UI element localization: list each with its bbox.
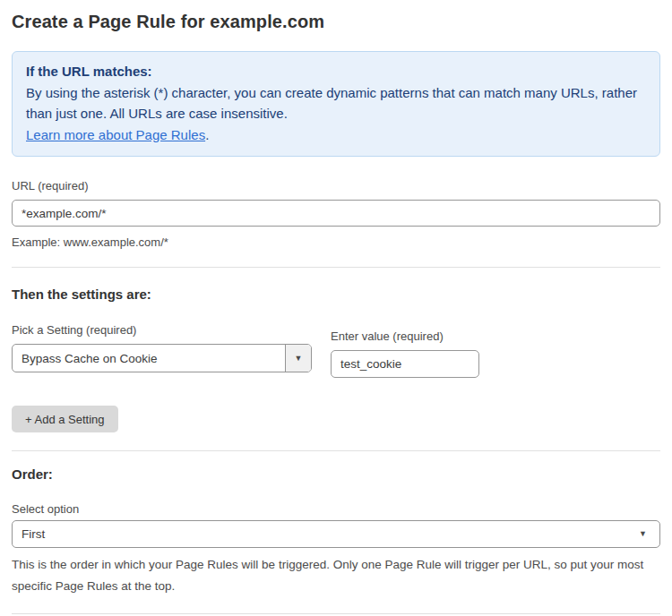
info-box-link-line: Learn more about Page Rules. (26, 124, 646, 146)
settings-row: Pick a Setting (required) Bypass Cache o… (12, 323, 660, 378)
url-input[interactable] (12, 200, 660, 227)
order-select-label: Select option (12, 502, 660, 516)
url-match-info-box: If the URL matches: By using the asteris… (12, 51, 660, 157)
setting-picker-column: Pick a Setting (required) Bypass Cache o… (12, 323, 312, 372)
settings-section-heading: Then the settings are: (12, 287, 660, 302)
divider (12, 613, 660, 614)
setting-dropdown-arrow-button[interactable]: ▼ (285, 345, 311, 372)
setting-picker-label: Pick a Setting (required) (12, 323, 312, 337)
setting-dropdown-value: Bypass Cache on Cookie (13, 345, 285, 372)
add-setting-wrap: + Add a Setting (12, 406, 660, 432)
order-select[interactable]: First ▼ (12, 520, 660, 548)
create-page-rule-panel: Create a Page Rule for example.com If th… (0, 0, 672, 616)
link-suffix: . (205, 127, 209, 142)
learn-more-link[interactable]: Learn more about Page Rules (26, 127, 205, 142)
order-select-value: First (22, 527, 639, 541)
url-helper-text: Example: www.example.com/* (12, 233, 660, 252)
page-title: Create a Page Rule for example.com (12, 12, 660, 32)
chevron-down-icon: ▼ (295, 355, 303, 363)
url-field-label: URL (required) (12, 179, 660, 192)
setting-value-label: Enter value (required) (331, 329, 479, 343)
order-helper-text: This is the order in which your Page Rul… (12, 554, 660, 597)
order-section-heading: Order: (12, 466, 660, 482)
info-box-heading: If the URL matches: (26, 61, 646, 82)
setting-value-column: Enter value (required) (331, 329, 479, 378)
info-box-body: By using the asterisk (*) character, you… (26, 82, 646, 124)
setting-value-input[interactable] (331, 350, 479, 378)
chevron-down-icon: ▼ (639, 530, 647, 538)
add-setting-button[interactable]: + Add a Setting (12, 406, 118, 432)
setting-dropdown[interactable]: Bypass Cache on Cookie ▼ (12, 344, 312, 372)
divider (12, 450, 660, 451)
divider (12, 267, 660, 268)
